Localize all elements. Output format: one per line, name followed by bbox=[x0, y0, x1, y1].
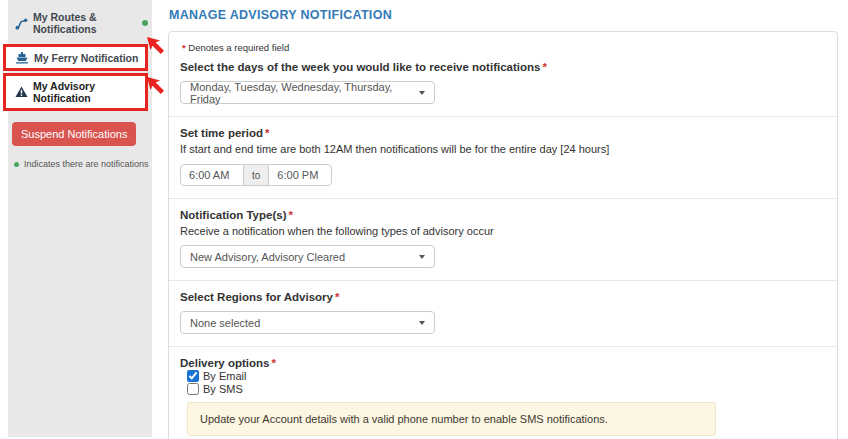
sidebar: My Routes & Notifications My Ferry Notif… bbox=[8, 0, 152, 437]
required-asterisk: * bbox=[180, 42, 186, 53]
by-email-option: By Email bbox=[187, 370, 826, 382]
sidebar-item-label: My Routes & Notifications bbox=[33, 11, 137, 35]
days-select-value: Monday, Tuesday, Wednesday, Thursday, Fr… bbox=[190, 81, 419, 105]
notification-type-hint: Receive a notification when the followin… bbox=[180, 225, 826, 237]
route-icon bbox=[15, 17, 28, 30]
legend-dot bbox=[14, 162, 19, 167]
main-content: MANAGE ADVISORY NOTIFICATION * Denotes a… bbox=[168, 6, 838, 439]
required-asterisk: * bbox=[269, 357, 275, 369]
suspend-notifications-button[interactable]: Suspend Notifications bbox=[12, 122, 136, 146]
warning-triangle-icon bbox=[15, 86, 28, 98]
required-asterisk: * bbox=[333, 291, 339, 303]
advisory-notification-panel: * Denotes a required field Select the da… bbox=[168, 31, 838, 439]
notification-dot bbox=[142, 20, 148, 26]
days-select[interactable]: Monday, Tuesday, Wednesday, Thursday, Fr… bbox=[180, 81, 435, 104]
time-period-hint: If start and end time are both 12AM then… bbox=[180, 143, 826, 155]
required-note-text: Denotes a required field bbox=[188, 42, 289, 53]
regions-select-value: None selected bbox=[190, 317, 260, 329]
notification-type-label: Notification Type(s)* bbox=[180, 209, 826, 221]
delivery-options-label: Delivery options* bbox=[180, 357, 826, 369]
by-sms-label[interactable]: By SMS bbox=[203, 383, 243, 395]
regions-select[interactable]: None selected bbox=[180, 311, 435, 334]
required-field-note: * Denotes a required field bbox=[180, 42, 826, 53]
annotation-arrow-ferry bbox=[146, 36, 166, 56]
required-asterisk: * bbox=[263, 127, 269, 139]
sidebar-item-label: My Advisory Notification bbox=[33, 80, 141, 104]
by-email-label[interactable]: By Email bbox=[203, 370, 246, 382]
page-title: MANAGE ADVISORY NOTIFICATION bbox=[169, 8, 838, 22]
section-regions: Select Regions for Advisory* None select… bbox=[169, 280, 837, 346]
section-days: * Denotes a required field Select the da… bbox=[169, 32, 837, 116]
notification-type-select[interactable]: New Advisory, Advisory Cleared bbox=[180, 245, 435, 268]
section-notification-type: Notification Type(s)* Receive a notifica… bbox=[169, 198, 837, 280]
chevron-down-icon bbox=[419, 91, 425, 95]
time-range-group: to bbox=[180, 164, 826, 186]
start-time-input[interactable] bbox=[180, 164, 244, 186]
sidebar-item-label: My Ferry Notification bbox=[34, 52, 138, 64]
section-time-period: Set time period* If start and end time a… bbox=[169, 116, 837, 198]
end-time-input[interactable] bbox=[268, 164, 332, 186]
legend-label: Indicates there are notifications bbox=[24, 159, 149, 169]
time-separator: to bbox=[243, 164, 269, 186]
by-sms-checkbox[interactable] bbox=[187, 383, 199, 395]
annotation-arrow-advisory bbox=[146, 76, 166, 96]
notification-type-select-value: New Advisory, Advisory Cleared bbox=[190, 251, 345, 263]
chevron-down-icon bbox=[419, 321, 425, 325]
by-email-checkbox[interactable] bbox=[187, 370, 199, 382]
days-label: Select the days of the week you would li… bbox=[180, 61, 826, 73]
required-asterisk: * bbox=[540, 61, 546, 73]
sidebar-item-my-routes-notifications[interactable]: My Routes & Notifications bbox=[8, 4, 152, 42]
sms-warning-alert: Update your Account details with a valid… bbox=[187, 402, 716, 436]
ferry-icon bbox=[15, 51, 29, 64]
chevron-down-icon bbox=[419, 255, 425, 259]
required-asterisk: * bbox=[286, 209, 292, 221]
sidebar-item-my-ferry-notification[interactable]: My Ferry Notification bbox=[3, 44, 148, 71]
section-delivery-options: Delivery options* By Email By SMS Update… bbox=[169, 346, 837, 439]
notifications-legend: Indicates there are notifications bbox=[14, 159, 152, 169]
sidebar-item-my-advisory-notification[interactable]: My Advisory Notification bbox=[3, 73, 148, 111]
regions-label: Select Regions for Advisory* bbox=[180, 291, 826, 303]
by-sms-option: By SMS bbox=[187, 383, 826, 395]
time-period-label: Set time period* bbox=[180, 127, 826, 139]
